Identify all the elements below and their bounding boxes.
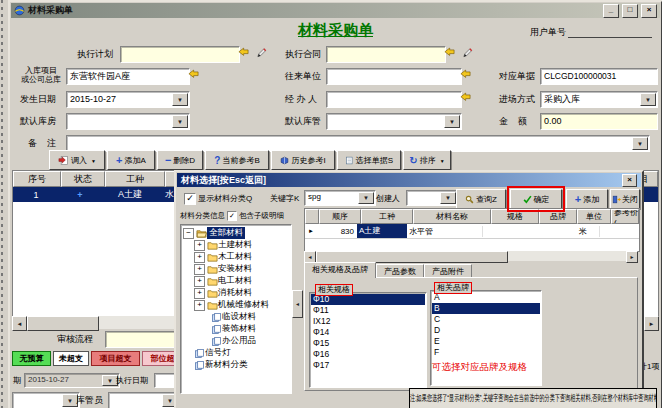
dropdown-caret[interactable] — [438, 156, 445, 165]
col-name[interactable]: 材料名称 — [413, 209, 491, 224]
doc-no-field[interactable]: CLCGD100000031 — [540, 68, 658, 85]
expander-icon[interactable]: − — [183, 228, 194, 239]
minimize-button[interactable]: _ — [603, 4, 619, 18]
dropdown-button[interactable] — [440, 192, 456, 204]
tree-item[interactable]: +土建材料 — [181, 239, 291, 251]
col-trade[interactable]: 工种 — [361, 209, 413, 224]
dropdown-button[interactable] — [172, 93, 188, 106]
list-item[interactable]: IX12 — [311, 316, 425, 327]
expander-icon[interactable]: + — [194, 240, 205, 251]
dialog-add-button[interactable]: +添加 — [566, 189, 608, 209]
dialog-grid-row[interactable]: ► 830 A土建 水平管 米 — [305, 224, 639, 239]
scroll-left-icon[interactable]: ◄ — [12, 316, 27, 331]
dropdown-caret[interactable] — [89, 156, 96, 165]
tree-item[interactable]: +木工材料 — [181, 251, 291, 263]
brand-listbox[interactable]: A B C D E F 可选择对应品牌及规格 — [430, 290, 542, 386]
handler-field[interactable] — [326, 91, 462, 108]
tree-item[interactable]: −全部材料 — [181, 227, 291, 239]
col-status[interactable]: 状态 — [61, 171, 105, 187]
splitter-collapse-icon[interactable]: ◄ — [292, 290, 303, 318]
tree-item[interactable]: 临设材料 — [181, 311, 291, 323]
add-row-button[interactable]: +添加A — [107, 150, 155, 170]
tree-item[interactable]: +消耗材料 — [181, 287, 291, 299]
include-sub-checkbox[interactable]: ✓ — [227, 211, 237, 221]
panel-splitter[interactable]: ◄ — [292, 210, 302, 388]
list-item[interactable]: Φ15 — [311, 338, 425, 349]
edit-pen-icon[interactable] — [256, 47, 267, 58]
tab-spec-brand[interactable]: 相关规格及品牌 — [304, 262, 376, 278]
tree-item[interactable]: 信号灯 — [181, 347, 291, 359]
keeper-combo[interactable] — [326, 113, 462, 130]
tree-item[interactable]: 新材料分类 — [181, 359, 291, 371]
tree-item[interactable]: 装饰材料 — [181, 323, 291, 335]
expander-icon[interactable]: + — [194, 252, 205, 263]
counterpart-field[interactable] — [326, 68, 462, 85]
col-order[interactable]: 顺序 — [319, 209, 361, 224]
col-trade[interactable]: 工种 — [105, 171, 165, 187]
exec-contract-field[interactable] — [326, 46, 446, 63]
tree-item[interactable]: +安装材料 — [181, 263, 291, 275]
scroll-thumb[interactable] — [27, 316, 99, 331]
lookup-back-icon[interactable] — [238, 47, 249, 58]
dialog-hscrollbar[interactable]: ◄ ► — [304, 251, 638, 261]
current-ref-button[interactable]: ?当前参考B — [205, 150, 269, 170]
maximize-button[interactable]: □ — [622, 4, 638, 18]
tab-product-params[interactable]: 产品参数 — [376, 264, 424, 278]
sort-button[interactable]: ↻排序 — [403, 150, 451, 170]
dropdown-button[interactable] — [444, 115, 460, 128]
scroll-right-icon[interactable]: ► — [644, 316, 659, 331]
warehouse-combo[interactable] — [66, 113, 190, 130]
col-spec[interactable]: 规格 — [491, 209, 539, 224]
keyword-combo[interactable]: spg — [304, 190, 376, 206]
load-in-button[interactable]: 调入 — [49, 150, 105, 170]
dropdown-button[interactable] — [632, 137, 648, 150]
main-titlebar[interactable]: 材料采购单 _ □ × — [11, 3, 660, 18]
entry-mode-combo[interactable]: 采购入库 — [540, 91, 658, 108]
list-item[interactable]: Φ16 — [311, 349, 425, 360]
tree-item[interactable]: 办公用品 — [181, 335, 291, 347]
spec-listbox[interactable]: Φ10 Φ11 IX12 Φ14 Φ15 Φ16 Φ17 — [309, 292, 427, 388]
exec-plan-field[interactable] — [120, 46, 240, 63]
dialog-titlebar[interactable]: 材料选择[按Esc返回] × — [177, 173, 641, 187]
project-field[interactable]: 东营软件园A座 — [66, 68, 190, 85]
tree-item[interactable]: +电工材料 — [181, 275, 291, 287]
tab-product-attachments[interactable]: 产品附件 — [424, 264, 472, 278]
list-item[interactable]: Φ17 — [311, 360, 425, 371]
expander-icon[interactable]: + — [194, 288, 205, 299]
col-brand[interactable]: 品牌 — [539, 209, 577, 224]
delete-row-button[interactable]: −删除D — [157, 150, 203, 170]
lookup-back-icon[interactable] — [444, 47, 455, 58]
ok-button[interactable]: 确定 — [510, 189, 562, 209]
list-item[interactable]: E — [432, 336, 540, 347]
dropdown-button[interactable] — [172, 115, 188, 128]
col-price[interactable]: 参考价( — [611, 209, 639, 224]
bottom-date-combo[interactable]: 2015-10-27 — [24, 373, 120, 388]
search-button[interactable]: 查询Z — [456, 189, 506, 209]
dropdown-button[interactable] — [358, 192, 374, 204]
scroll-right-icon[interactable]: ► — [626, 251, 638, 263]
col-unit[interactable]: 单位 — [577, 209, 611, 224]
date-combo[interactable]: 2015-10-27 — [66, 91, 190, 108]
expander-icon[interactable]: + — [194, 276, 205, 287]
tree-item[interactable]: +机械维修材料 — [181, 299, 291, 311]
lookup-back-icon[interactable] — [460, 92, 471, 103]
bottom-combo-2[interactable] — [108, 392, 180, 408]
list-item[interactable]: D — [432, 325, 540, 336]
expander-icon[interactable]: + — [194, 300, 205, 311]
lookup-back-icon[interactable] — [188, 69, 199, 80]
list-item[interactable]: C — [432, 314, 540, 325]
list-item[interactable]: F — [432, 347, 540, 358]
dropdown-button[interactable] — [640, 93, 656, 106]
dialog-close-icon[interactable]: × — [622, 174, 637, 187]
lookup-back-icon[interactable] — [460, 69, 471, 80]
select-doc-button[interactable]: 选择单据S — [337, 150, 401, 170]
amount-field[interactable]: 0.00 — [540, 113, 658, 130]
close-button[interactable]: × — [641, 4, 657, 18]
list-item[interactable]: Φ14 — [311, 327, 425, 338]
creator-combo[interactable] — [406, 190, 458, 206]
dialog-close-button[interactable]: 关闭 — [610, 189, 640, 209]
history-ref-button[interactable]: 历史参考I — [271, 150, 335, 170]
edit-pen-icon[interactable] — [462, 47, 473, 58]
list-item[interactable]: B — [432, 303, 540, 314]
bottom-combo-1[interactable] — [12, 392, 80, 408]
